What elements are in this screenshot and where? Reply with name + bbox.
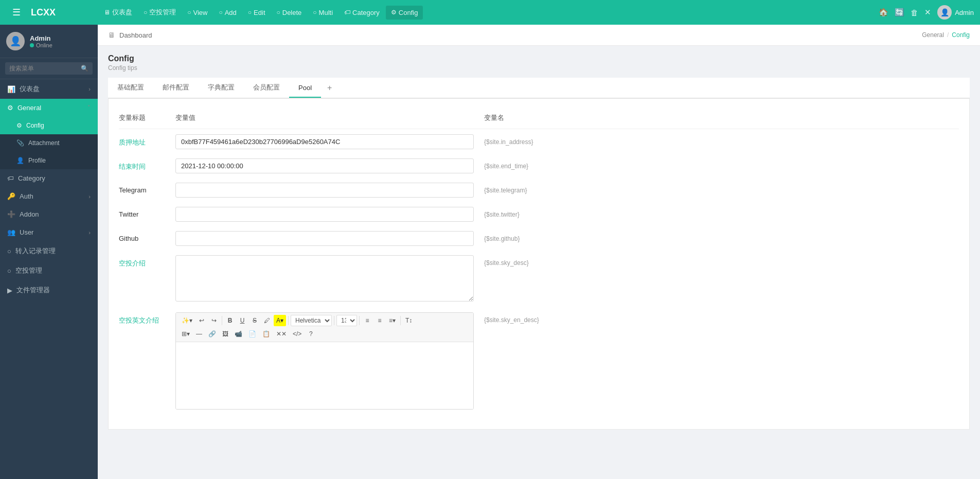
sidebar-item-airdrop[interactable]: ○ 空投管理	[0, 261, 98, 280]
tab-mail-config[interactable]: 邮件配置	[153, 78, 199, 98]
tb-video-btn[interactable]: 📹	[232, 328, 245, 340]
tb-redo-btn[interactable]: ↪	[208, 315, 220, 326]
sidebar: 👤 Admin Online 🔍 📊 仪表盘 ›	[0, 25, 98, 479]
tb-table-btn[interactable]: ⊞▾	[179, 328, 192, 340]
tab-dict-config[interactable]: 字典配置	[199, 78, 244, 98]
tb-underline-btn[interactable]: U	[237, 315, 248, 326]
tb-bold-btn[interactable]: B	[224, 315, 236, 326]
font-family-select[interactable]: Helvetica	[291, 315, 332, 326]
tb-fullscreen-btn[interactable]: ✕✕	[274, 328, 289, 340]
chevron-down-icon: ˅	[87, 104, 91, 111]
menu-toggle-icon[interactable]: ☰	[6, 7, 27, 18]
tab-member-config[interactable]: 会员配置	[244, 78, 289, 98]
home-icon[interactable]: 🏠	[879, 8, 888, 17]
subheader-left: 🖥 Dashboard	[108, 31, 152, 39]
rich-content-area[interactable]	[176, 342, 473, 409]
dashboard-nav-icon: 🖥	[104, 9, 110, 16]
tb-list-ol-btn[interactable]: ≡	[374, 315, 385, 326]
add-nav-icon: ○	[219, 9, 222, 16]
refresh-icon[interactable]: 🔄	[895, 8, 904, 17]
tab-basic-config[interactable]: 基础配置	[108, 78, 153, 98]
tb-text-height-btn[interactable]: T↕	[403, 315, 415, 326]
sidebar-item-transfer[interactable]: ○ 转入记录管理	[0, 241, 98, 261]
sidebar-sub-general: ⚙ Config 📎 Attachment 👤 Profile	[0, 117, 98, 169]
sidebar-search-input[interactable]	[5, 62, 93, 75]
tb-hr-btn[interactable]: —	[193, 328, 205, 340]
label-end-time: 结束时间	[119, 158, 165, 171]
varname-airdrop-en-desc: {$site.sky_en_desc}	[484, 312, 587, 324]
sidebar-item-category[interactable]: 🏷 Category	[0, 169, 98, 187]
sidebar-item-auth[interactable]: 🔑 Auth ›	[0, 187, 98, 205]
admin-name: Admin	[955, 9, 974, 16]
textarea-airdrop-desc-wrap	[175, 255, 474, 303]
form-row-twitter: Twitter {$site.twitter}	[119, 207, 959, 222]
config-tabs: 基础配置 邮件配置 字典配置 会员配置 Pool +	[108, 78, 970, 98]
topnav-item-multi[interactable]: ○ Multi	[308, 6, 338, 20]
input-telegram-wrap	[175, 183, 474, 198]
tb-help-btn[interactable]: ?	[305, 328, 316, 340]
rich-toolbar: ✨▾ ↩ ↪ B U S 🖊 A▾	[176, 313, 473, 342]
sidebar-item-profile[interactable]: 👤 Profile	[0, 152, 98, 169]
auth-chevron-icon: ›	[88, 193, 91, 200]
subheader: 🖥 Dashboard General / Config	[98, 25, 980, 46]
sidebar-item-filemanager[interactable]: ▶ 文件管理器	[0, 280, 98, 300]
sidebar-search-area: 🔍	[0, 58, 98, 79]
tb-pen-btn[interactable]: 🖊	[261, 315, 273, 326]
tb-clipboard-btn[interactable]: 📋	[260, 328, 273, 340]
airdrop-nav-icon: ○	[144, 9, 147, 16]
varname-twitter: {$site.twitter}	[484, 207, 587, 218]
tab-pool[interactable]: Pool	[289, 79, 321, 98]
topnav-item-airdrop[interactable]: ○ 空投管理	[138, 5, 181, 20]
input-github[interactable]	[175, 231, 474, 246]
topnav-item-add[interactable]: ○ Add	[213, 6, 241, 20]
tb-link-btn[interactable]: 🔗	[206, 328, 219, 340]
sidebar-item-dashboard[interactable]: 📊 仪表盘 ›	[0, 79, 98, 99]
profile-sidebar-icon: 👤	[16, 157, 24, 164]
textarea-airdrop-desc[interactable]	[175, 255, 474, 301]
input-pledge-address-wrap	[175, 134, 474, 149]
topnav-item-config[interactable]: ⚙ Config	[386, 6, 423, 20]
input-pledge-address[interactable]	[175, 134, 474, 149]
multi-nav-icon: ○	[313, 9, 316, 16]
input-telegram[interactable]	[175, 183, 474, 198]
input-twitter[interactable]	[175, 207, 474, 222]
topnav-item-delete[interactable]: ○ Delete	[272, 6, 307, 20]
sidebar-item-general[interactable]: ⚙ General ˅	[0, 99, 98, 117]
sidebar-item-config[interactable]: ⚙ Config	[0, 117, 98, 134]
topnav-item-dashboard[interactable]: 🖥 仪表盘	[99, 5, 137, 20]
sidebar-item-user[interactable]: 👥 User ›	[0, 223, 98, 241]
tb-indent-btn[interactable]: ≡▾	[386, 315, 398, 326]
form-row-pledge-address: 质押地址 {$site.in_address}	[119, 134, 959, 149]
trash-icon[interactable]: 🗑	[911, 8, 918, 17]
user-sidebar-icon: 👥	[7, 228, 15, 236]
close-icon[interactable]: ✕	[924, 8, 931, 17]
label-airdrop-en-desc: 空投英文介绍	[119, 312, 165, 325]
tab-add-button[interactable]: +	[321, 79, 338, 97]
tb-sep-3	[334, 316, 334, 325]
topnav-item-view[interactable]: ○ View	[182, 6, 212, 20]
tb-sep-2	[288, 316, 289, 325]
input-end-time[interactable]	[175, 158, 474, 173]
tb-undo-btn[interactable]: ↩	[196, 315, 207, 326]
tb-list-ul-btn[interactable]: ≡	[362, 315, 373, 326]
varname-github: {$site.github}	[484, 231, 587, 242]
dashboard-subheader-icon: 🖥	[108, 31, 115, 39]
form-row-end-time: 结束时间 {$site.end_time}	[119, 158, 959, 173]
content-area: Config Config tips 基础配置 邮件配置 字典配置 会员配置 P…	[98, 46, 980, 479]
tb-code-btn[interactable]: </>	[290, 328, 304, 340]
sidebar-item-attachment[interactable]: 📎 Attachment	[0, 134, 98, 152]
topnav-item-category[interactable]: 🏷 Category	[339, 6, 385, 20]
font-size-select[interactable]: 13	[336, 315, 357, 326]
topnav-item-edit[interactable]: ○ Edit	[243, 6, 271, 20]
tb-file-btn[interactable]: 📄	[246, 328, 259, 340]
tb-image-btn[interactable]: 🖼	[220, 328, 231, 340]
tb-sparkle-btn[interactable]: ✨▾	[179, 315, 195, 326]
sidebar-user: 👤 Admin Online	[0, 25, 98, 58]
end-time-text: 结束时间	[119, 163, 146, 170]
tb-strikethrough-btn[interactable]: S	[249, 315, 260, 326]
admin-user-area[interactable]: 👤 Admin	[937, 5, 974, 20]
tb-sep-1	[222, 316, 222, 325]
sidebar-item-addon[interactable]: ➕ Addon	[0, 205, 98, 223]
label-pledge-address: 质押地址	[119, 134, 165, 147]
tb-highlight-btn[interactable]: A▾	[274, 315, 286, 326]
